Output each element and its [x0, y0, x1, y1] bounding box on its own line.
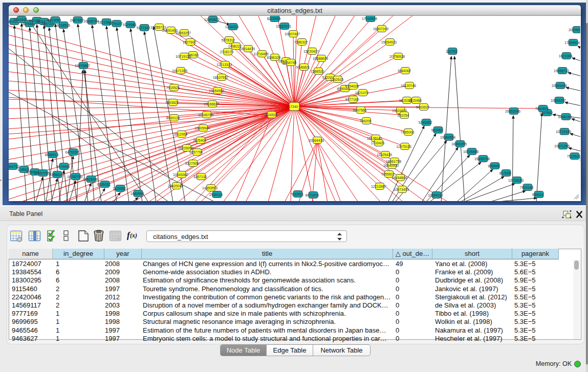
svg-text:17240: 17240	[289, 105, 298, 108]
svg-text:10973493: 10973493	[394, 188, 409, 191]
svg-text:18300295: 18300295	[451, 142, 467, 146]
svg-text:899695: 899695	[488, 164, 500, 168]
svg-text:10958107: 10958107	[49, 173, 64, 177]
svg-text:9657794: 9657794	[189, 150, 203, 154]
svg-text:1362615: 1362615	[330, 78, 344, 81]
svg-text:17957255: 17957255	[34, 171, 50, 175]
svg-text:8660124: 8660124	[166, 116, 180, 120]
svg-text:3624534: 3624534	[264, 113, 278, 117]
svg-text:10671355: 10671355	[554, 144, 570, 148]
svg-text:19218506: 19218506	[55, 24, 70, 27]
svg-text:7485003: 7485003	[401, 130, 415, 134]
svg-text:7663822: 7663822	[165, 101, 179, 104]
svg-text:962450: 962450	[431, 128, 443, 132]
svg-text:1115682: 1115682	[113, 187, 126, 190]
svg-text:10543362: 10543362	[173, 173, 188, 177]
svg-text:6466160: 6466160	[558, 115, 572, 119]
svg-text:15495758: 15495758	[474, 157, 490, 161]
svg-text:7663822: 7663822	[535, 107, 549, 111]
svg-text:18807249: 18807249	[373, 27, 388, 31]
svg-text:2935114: 2935114	[209, 193, 223, 196]
svg-text:11325419: 11325419	[377, 153, 392, 157]
svg-text:1575107: 1575107	[109, 22, 123, 26]
svg-text:16120746: 16120746	[401, 84, 416, 87]
svg-text:1621072: 1621072	[355, 91, 369, 95]
svg-text:8471676: 8471676	[306, 193, 319, 197]
svg-text:12093822: 12093822	[204, 18, 220, 21]
svg-text:7625402: 7625402	[193, 139, 207, 142]
svg-text:16782759: 16782759	[67, 175, 82, 179]
svg-text:10975887: 10975887	[75, 64, 90, 68]
svg-text:817006: 817006	[499, 171, 511, 175]
svg-text:3267130: 3267130	[193, 175, 207, 179]
svg-text:10807487: 10807487	[285, 32, 300, 36]
svg-text:6794028: 6794028	[345, 84, 359, 88]
svg-text:16914479: 16914479	[239, 47, 255, 51]
svg-text:23420046: 23420046	[168, 184, 183, 188]
svg-text:20756928: 20756928	[389, 55, 405, 58]
svg-text:746206: 746206	[360, 119, 372, 123]
svg-text:7386322: 7386322	[294, 40, 308, 44]
svg-text:3912954: 3912954	[174, 133, 188, 136]
svg-text:17359924: 17359924	[564, 41, 580, 45]
svg-text:9146821: 9146821	[296, 65, 310, 69]
svg-text:7515526: 7515526	[166, 86, 180, 90]
svg-text:252254: 252254	[398, 114, 409, 117]
svg-text:11716485: 11716485	[253, 52, 269, 56]
svg-text:15692971: 15692971	[276, 25, 291, 28]
svg-text:12923448: 12923448	[82, 178, 98, 181]
svg-text:9227342: 9227342	[137, 26, 150, 30]
svg-text:10653257: 10653257	[176, 31, 191, 35]
svg-text:8186328: 8186328	[267, 56, 281, 59]
svg-text:10653257: 10653257	[551, 99, 566, 102]
svg-text:10719155: 10719155	[176, 55, 191, 58]
svg-text:17016504: 17016504	[362, 17, 377, 20]
svg-text:16226058: 16226058	[178, 146, 193, 150]
svg-text:2487682: 2487682	[70, 18, 84, 22]
svg-text:2718170: 2718170	[220, 50, 234, 54]
svg-text:20364436: 20364436	[309, 139, 324, 142]
svg-text:9463627: 9463627	[416, 105, 430, 109]
svg-text:10654112: 10654112	[428, 193, 443, 197]
svg-text:7632621: 7632621	[290, 192, 304, 196]
svg-text:12213313: 12213313	[216, 63, 232, 67]
svg-text:19384554: 19384554	[440, 136, 455, 139]
svg-text:10671355: 10671355	[172, 69, 187, 73]
svg-text:19055713: 19055713	[554, 69, 569, 73]
svg-text:10688609: 10688609	[313, 57, 328, 60]
svg-text:9115460: 9115460	[408, 99, 422, 102]
svg-text:12975115: 12975115	[396, 145, 411, 148]
svg-text:8215955: 8215955	[267, 17, 281, 20]
svg-text:20206576: 20206576	[569, 28, 584, 32]
svg-text:16154808: 16154808	[391, 176, 407, 180]
svg-text:1621064: 1621064	[559, 54, 573, 58]
svg-text:9474444: 9474444	[56, 165, 70, 168]
svg-text:1733426: 1733426	[371, 141, 385, 145]
svg-text:15720407: 15720407	[303, 50, 319, 53]
svg-text:7955812: 7955812	[381, 172, 395, 176]
svg-text:3684067: 3684067	[398, 69, 411, 73]
svg-text:(x): (x)	[130, 232, 137, 239]
svg-text:116753: 116753	[446, 50, 457, 53]
svg-text:5878312: 5878312	[222, 38, 235, 42]
svg-text:1640954: 1640954	[130, 192, 144, 195]
svg-text:9327505: 9327505	[185, 162, 199, 165]
svg-text:19166827: 19166827	[204, 102, 219, 106]
svg-text:20053346: 20053346	[505, 110, 520, 113]
svg-text:16961758: 16961758	[386, 160, 401, 163]
svg-text:8454749: 8454749	[283, 61, 297, 64]
svg-text:10025488: 10025488	[463, 150, 478, 154]
svg-text:6939051: 6939051	[97, 183, 111, 186]
svg-text:15409944: 15409944	[194, 126, 210, 130]
svg-text:7515526: 7515526	[567, 155, 581, 158]
svg-text:10719155: 10719155	[556, 130, 571, 134]
svg-text:1244415: 1244415	[225, 25, 239, 29]
svg-text:7903144: 7903144	[520, 186, 534, 189]
svg-text:10046786: 10046786	[198, 113, 213, 117]
svg-text:6479197: 6479197	[66, 150, 79, 154]
svg-text:12133183: 12133183	[508, 179, 524, 182]
svg-text:14353593: 14353593	[202, 186, 217, 190]
svg-text:6497568: 6497568	[353, 108, 367, 112]
svg-text:9777169: 9777169	[345, 98, 359, 101]
svg-text:18107552: 18107552	[213, 76, 228, 79]
